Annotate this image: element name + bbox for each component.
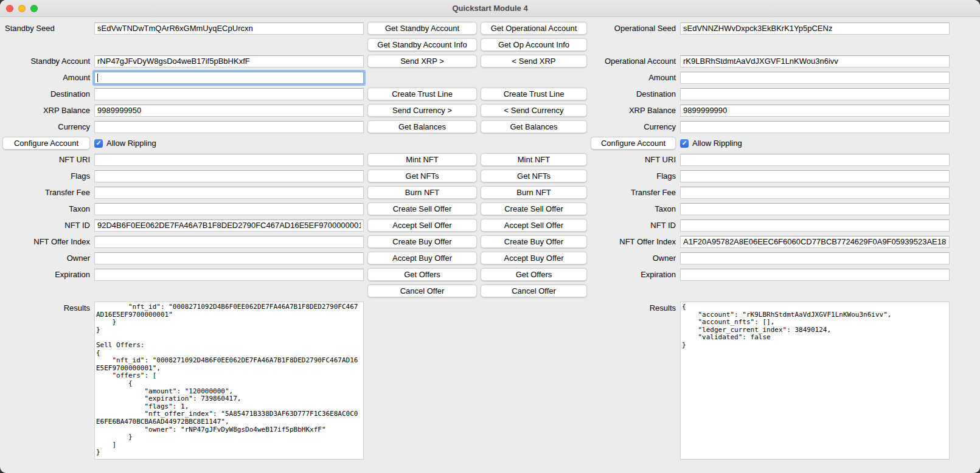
cancel-offer-op-button[interactable]: Cancel Offer — [481, 285, 587, 297]
standby-currency-input[interactable] — [94, 121, 364, 133]
configure-account-standby-button[interactable]: Configure Account — [2, 137, 90, 150]
allow-rippling-standby-label: Allow Rippling — [106, 139, 156, 148]
standby-seed-label: Standby Seed — [2, 24, 90, 33]
standby-account-label: Standby Account — [2, 57, 90, 66]
standby-seed-input[interactable] — [94, 22, 364, 35]
currency-row: Currency Get Balances Get Balances Curre… — [2, 119, 980, 135]
operational-seed-input[interactable] — [680, 22, 950, 35]
operational-currency-input[interactable] — [680, 121, 950, 133]
operational-owner-input[interactable] — [680, 252, 950, 264]
standby-account-input[interactable] — [94, 55, 364, 67]
standby-owner-label: Owner — [2, 254, 90, 263]
standby-xrp-balance-label: XRP Balance — [2, 106, 90, 115]
standby-nft-uri-input[interactable] — [94, 154, 364, 166]
accept-sell-offer-op-button[interactable]: Accept Sell Offer — [481, 219, 587, 232]
amount-row: Amount Amount — [2, 69, 980, 86]
send-currency-op-button[interactable]: < Send Currency — [481, 104, 587, 117]
burn-nft-op-button[interactable]: Burn NFT — [481, 186, 587, 199]
operational-expiration-input[interactable] — [680, 269, 950, 281]
mint-nft-op-button[interactable]: Mint NFT — [481, 153, 587, 166]
get-offers-standby-button[interactable]: Get Offers — [367, 268, 477, 281]
send-xrp-standby-button[interactable]: Send XRP > — [367, 55, 477, 67]
standby-nft-offer-index-input[interactable] — [94, 236, 364, 248]
standby-nft-id-input[interactable] — [94, 219, 364, 232]
cancel-offer-standby-button[interactable]: Cancel Offer — [367, 285, 477, 297]
operational-taxon-input[interactable] — [680, 203, 950, 215]
get-operational-account-button[interactable]: Get Operational Account — [481, 22, 587, 35]
standby-amount-input[interactable] — [94, 72, 364, 84]
allow-rippling-op-checkbox[interactable]: ✓ — [680, 139, 689, 148]
mint-nft-standby-button[interactable]: Mint NFT — [367, 153, 477, 166]
operational-seed-label: Operational Seed — [591, 24, 676, 33]
get-balances-op-button[interactable]: Get Balances — [481, 120, 587, 133]
operational-currency-label: Currency — [591, 122, 676, 131]
operational-nft-uri-label: NFT URI — [591, 155, 676, 164]
accept-buy-offer-standby-button[interactable]: Accept Buy Offer — [367, 252, 477, 264]
standby-owner-input[interactable] — [94, 252, 364, 264]
create-trust-line-op-button[interactable]: Create Trust Line — [481, 88, 587, 100]
account-info-row: Get Standby Account Info Get Op Account … — [2, 36, 980, 53]
standby-flags-input[interactable] — [94, 170, 364, 182]
create-trust-line-standby-button[interactable]: Create Trust Line — [367, 88, 477, 100]
titlebar[interactable]: Quickstart Module 4 — [0, 0, 980, 17]
get-standby-account-button[interactable]: Get Standby Account — [367, 22, 477, 35]
get-offers-op-button[interactable]: Get Offers — [481, 268, 587, 281]
standby-results-text[interactable]: "nft_id": "0008271092D4B6F0EE062DE7FA46A… — [94, 302, 364, 460]
taxon-row: Taxon Create Sell Offer Create Sell Offe… — [2, 201, 980, 217]
operational-flags-input[interactable] — [680, 170, 950, 182]
configure-row: Configure Account ✓ Allow Rippling Confi… — [2, 135, 980, 151]
get-standby-account-info-button[interactable]: Get Standby Account Info — [367, 38, 477, 51]
nft-uri-row: NFT URI Mint NFT Mint NFT NFT URI — [2, 151, 980, 168]
get-op-account-info-button[interactable]: Get Op Account Info — [481, 38, 587, 51]
transfer-fee-row: Transfer Fee Burn NFT Burn NFT Transfer … — [2, 184, 980, 201]
create-sell-offer-op-button[interactable]: Create Sell Offer — [481, 202, 587, 215]
cancel-offer-row: Cancel Offer Cancel Offer — [2, 283, 980, 299]
create-buy-offer-standby-button[interactable]: Create Buy Offer — [367, 235, 477, 248]
zoom-button[interactable] — [30, 5, 38, 12]
window-title: Quickstart Module 4 — [0, 4, 980, 13]
destination-row: Destination Create Trust Line Create Tru… — [2, 86, 980, 102]
standby-nft-offer-index-label: NFT Offer Index — [2, 237, 90, 246]
operational-nft-offer-index-label: NFT Offer Index — [591, 237, 676, 246]
configure-account-op-button[interactable]: Configure Account — [591, 137, 676, 150]
nft-id-row: NFT ID Accept Sell Offer Accept Sell Off… — [2, 217, 980, 233]
standby-destination-input[interactable] — [94, 88, 364, 100]
standby-nft-id-label: NFT ID — [2, 221, 90, 230]
minimize-button[interactable] — [18, 5, 26, 12]
send-currency-standby-button[interactable]: Send Currency > — [367, 104, 477, 117]
operational-account-input[interactable] — [680, 55, 950, 67]
send-xrp-op-button[interactable]: < Send XRP — [481, 55, 587, 67]
operational-nft-offer-index-input[interactable] — [680, 236, 950, 248]
get-nfts-op-button[interactable]: Get NFTs — [481, 170, 587, 182]
create-buy-offer-op-button[interactable]: Create Buy Offer — [481, 235, 587, 248]
get-nfts-standby-button[interactable]: Get NFTs — [367, 170, 477, 182]
operational-account-label: Operational Account — [591, 57, 676, 66]
operational-xrp-balance-input[interactable] — [680, 105, 950, 117]
operational-amount-input[interactable] — [680, 72, 950, 84]
accept-buy-offer-op-button[interactable]: Accept Buy Offer — [481, 252, 587, 264]
standby-expiration-input[interactable] — [94, 269, 364, 281]
operational-results-text[interactable]: { "account": "rK9LBRhStdmtAaVdJXGVF1LnKW… — [680, 302, 950, 460]
standby-taxon-input[interactable] — [94, 203, 364, 215]
allow-rippling-standby-checkbox[interactable]: ✓ — [94, 139, 103, 148]
main-content: Standby Seed Get Standby Account Get Ope… — [0, 17, 980, 460]
operational-nft-uri-input[interactable] — [680, 154, 950, 166]
close-button[interactable] — [6, 5, 13, 12]
standby-taxon-label: Taxon — [2, 204, 90, 213]
flags-row: Flags Get NFTs Get NFTs Flags — [2, 168, 980, 184]
burn-nft-standby-button[interactable]: Burn NFT — [367, 186, 477, 199]
checkmark-icon: ✓ — [96, 140, 101, 147]
standby-xrp-balance-input[interactable] — [94, 105, 364, 117]
standby-flags-label: Flags — [2, 171, 90, 181]
standby-transfer-fee-input[interactable] — [94, 187, 364, 199]
operational-nft-id-input[interactable] — [680, 219, 950, 232]
operational-transfer-fee-input[interactable] — [680, 187, 950, 199]
standby-amount-label: Amount — [2, 73, 90, 82]
nft-offer-index-row: NFT Offer Index Create Buy Offer Create … — [2, 233, 980, 250]
create-sell-offer-standby-button[interactable]: Create Sell Offer — [367, 202, 477, 215]
operational-owner-label: Owner — [591, 254, 676, 263]
get-balances-standby-button[interactable]: Get Balances — [367, 120, 477, 133]
accept-sell-offer-standby-button[interactable]: Accept Sell Offer — [367, 219, 477, 232]
allow-rippling-op-label: Allow Rippling — [692, 139, 742, 148]
operational-destination-input[interactable] — [680, 88, 950, 100]
